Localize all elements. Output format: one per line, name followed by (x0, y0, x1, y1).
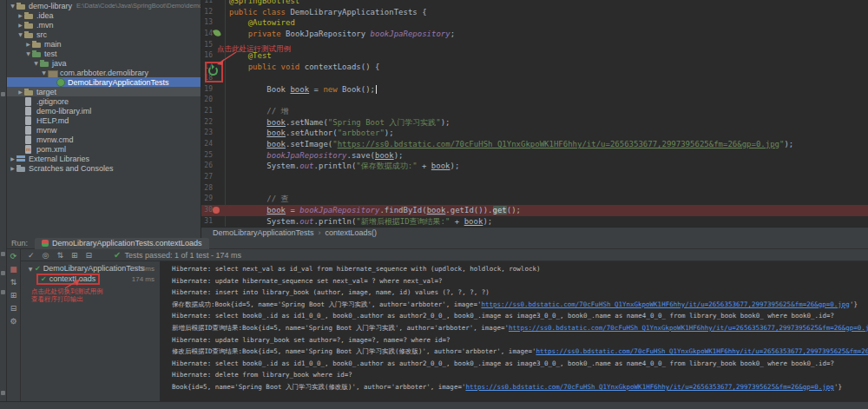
sort-alpha-icon[interactable]: ⇅ (56, 251, 63, 260)
tool-stripe-button[interactable] (1, 391, 5, 395)
line-number[interactable]: 21 (201, 106, 213, 117)
line-number[interactable]: 11 (201, 0, 213, 7)
run-configuration-tab[interactable]: DemoLibraryApplicationTests.contextLoads (35, 238, 209, 249)
code-line-29[interactable]: 29 // 查 (201, 194, 868, 205)
code-line-21[interactable]: 21 // 增 (201, 106, 868, 117)
code-line-28[interactable]: 28 (201, 183, 868, 195)
tree-item-mvn[interactable]: ▶.mvn (7, 20, 201, 30)
tree-item-demo-library-iml[interactable]: demo-library.iml (7, 106, 201, 115)
line-number[interactable]: 22 (201, 117, 213, 129)
breadcrumb-class[interactable]: DemoLibraryApplicationTests (213, 228, 314, 237)
tree-item-test[interactable]: ▼test (7, 49, 201, 58)
tree-toggle-icon[interactable]: ▼ (9, 3, 16, 9)
settings-icon[interactable]: ⚙ (7, 316, 20, 327)
tree-toggle-icon[interactable]: ▶ (16, 12, 24, 18)
code-line-15[interactable]: 15 (201, 40, 868, 51)
code-line-31[interactable]: 31 System.out.println("新增后根据ID查询结果:" + b… (201, 216, 868, 227)
line-number[interactable]: 31 (201, 216, 213, 227)
sort-by-duration-icon[interactable]: ⇅ (7, 277, 20, 288)
line-number[interactable]: 24 (201, 139, 213, 150)
line-number[interactable]: 23 (201, 128, 213, 139)
tree-toggle-icon[interactable]: ▶ (24, 41, 32, 47)
breadcrumb: DemoLibraryApplicationTests › contextLoa… (201, 227, 868, 238)
code-editor[interactable]: 11@SpringBootTest12public class DemoLibr… (201, 0, 868, 227)
code-line-16[interactable]: 16 @Test (201, 50, 868, 62)
line-number[interactable]: 30 (201, 205, 213, 216)
tree-item-demolibraryapplicationtests[interactable]: DemoLibraryApplicationTests (7, 77, 201, 87)
show-ignored-icon[interactable]: ◎ (43, 251, 49, 260)
chevron-down-icon[interactable]: ▼ (26, 266, 35, 272)
test-tree-root[interactable]: ▼ ✔ DemoLibraryApplicationTests 174ms (21, 263, 160, 274)
tree-item-com-arbboter-demolibrary[interactable]: ▼com.arbboter.demolibrary (7, 68, 201, 77)
tree-item-help-md[interactable]: HELP.md (7, 115, 201, 125)
tree-toggle-icon[interactable]: ▼ (24, 50, 32, 56)
tool-stripe-button[interactable] (1, 290, 5, 294)
line-number[interactable]: 27 (201, 172, 213, 183)
tree-item-pom-xml[interactable]: pom.xml (7, 144, 201, 154)
run-test-icon[interactable] (208, 66, 218, 76)
tree-item-mvnw[interactable]: mvnw (7, 125, 201, 135)
expand-all-icon[interactable]: ⊞ (7, 290, 20, 301)
tree-item-external-libraries[interactable]: ▶External Libraries (7, 154, 201, 163)
line-number[interactable]: 26 (201, 161, 213, 172)
code-line-19[interactable]: 19 Book book = new Book(); (201, 84, 868, 96)
console-hyperlink[interactable]: https://ss0.bdstatic.com/70cFuHSh_Q1YnxG… (509, 324, 868, 332)
tree-toggle-icon[interactable]: ▼ (32, 60, 40, 66)
tree-toggle-icon[interactable]: ▶ (16, 22, 24, 28)
tree-item-target[interactable]: ▶target (7, 87, 201, 96)
tree-toggle-icon[interactable]: ▼ (40, 69, 48, 76)
console-hyperlink[interactable]: https://ss0.bdstatic.com/70cFuHSh_Q1YnxG… (481, 300, 849, 308)
code-line-17[interactable]: 17 public void contextLoads() { (201, 62, 868, 73)
line-number[interactable]: 19 (201, 84, 213, 96)
breakpoint-icon[interactable] (213, 207, 220, 214)
code-line-20[interactable]: 20 (201, 95, 868, 106)
console-hyperlink[interactable]: https://ss0.bdstatic.com/70cFuHSh_Q1YnxG… (465, 383, 833, 391)
tree-item-main[interactable]: ▶main (7, 39, 201, 49)
expand-icon[interactable]: ⊞ (71, 251, 78, 260)
test-tree-method[interactable]: ✔ contextLoads 174 ms (21, 274, 160, 284)
tool-stripe-button[interactable] (1, 252, 5, 256)
line-number[interactable]: 29 (201, 194, 213, 205)
tree-item-gitignore[interactable]: .gitignore (7, 96, 201, 106)
code-line-25[interactable]: 25 bookJpaRepository.save(book); (201, 150, 868, 162)
code-line-11[interactable]: 11@SpringBootTest (201, 0, 868, 7)
collapse-all-icon[interactable]: ⊟ (7, 303, 20, 314)
breadcrumb-method[interactable]: contextLoads() (326, 228, 378, 237)
code-line-13[interactable]: 13 @Autowired (201, 17, 868, 29)
tree-item-idea[interactable]: ▶.idea (7, 10, 201, 20)
code-line-14[interactable]: 14 private BookJpaRepository bookJpaRepo… (201, 29, 868, 40)
hide-passed-icon[interactable]: ✓ (28, 251, 35, 260)
line-number[interactable]: 15 (201, 40, 213, 51)
rerun-icon[interactable]: ⟳ (7, 251, 20, 262)
tree-item-demo-library[interactable]: ▼demo-libraryE:\Data\Code\Java\SpringBoo… (7, 1, 201, 10)
line-number[interactable]: 20 (201, 95, 213, 106)
tree-item-java[interactable]: ▼java (7, 58, 201, 68)
line-number[interactable]: 25 (201, 150, 213, 162)
tree-toggle-icon[interactable]: ▶ (9, 165, 16, 171)
tree-item-mvnw-cmd[interactable]: mvnw.cmd (7, 135, 201, 144)
tree-toggle-icon[interactable]: ▶ (9, 155, 16, 162)
line-number[interactable]: 14 (201, 29, 213, 40)
code-line-23[interactable]: 23 book.setAuthor("arbboter"); (201, 128, 868, 139)
tree-item-src[interactable]: ▼src (7, 30, 201, 39)
code-line-27[interactable]: 27 (201, 172, 868, 183)
tool-stripe-button[interactable] (1, 92, 5, 96)
tree-toggle-icon[interactable]: ▶ (16, 89, 24, 95)
tree-toggle-icon[interactable]: ▼ (16, 31, 24, 37)
code-line-26[interactable]: 26 System.out.println("保存数据成功:" + book); (201, 161, 868, 172)
code-line-12[interactable]: 12public class DemoLibraryApplicationTes… (201, 7, 868, 18)
code-line-18[interactable]: 18 (201, 73, 868, 84)
code-line-30[interactable]: 30 book = bookJpaRepository.findById(boo… (201, 205, 868, 216)
project-tree: ▼demo-libraryE:\Data\Code\Java\SpringBoo… (7, 0, 201, 173)
console-output[interactable]: Hibernate: select next_val as id_val fro… (160, 261, 868, 401)
tree-item-scratches-and-consoles[interactable]: ▶Scratches and Consoles (7, 163, 201, 173)
console-hyperlink[interactable]: https://ss0.bdstatic.com/70cFuHSh_Q1YnxG… (536, 347, 868, 355)
stop-icon[interactable]: ■ (7, 264, 20, 275)
collapse-icon[interactable]: ⊟ (86, 251, 93, 260)
code-line-22[interactable]: 22 book.setName("Spring Boot 入门学习实践"); (201, 117, 868, 129)
tool-stripe-button[interactable] (1, 271, 5, 275)
line-number[interactable]: 13 (201, 17, 213, 29)
line-number[interactable]: 28 (201, 183, 213, 195)
code-line-24[interactable]: 24 book.setImage("https://ss0.bdstatic.c… (201, 139, 868, 150)
line-number[interactable]: 12 (201, 7, 213, 18)
